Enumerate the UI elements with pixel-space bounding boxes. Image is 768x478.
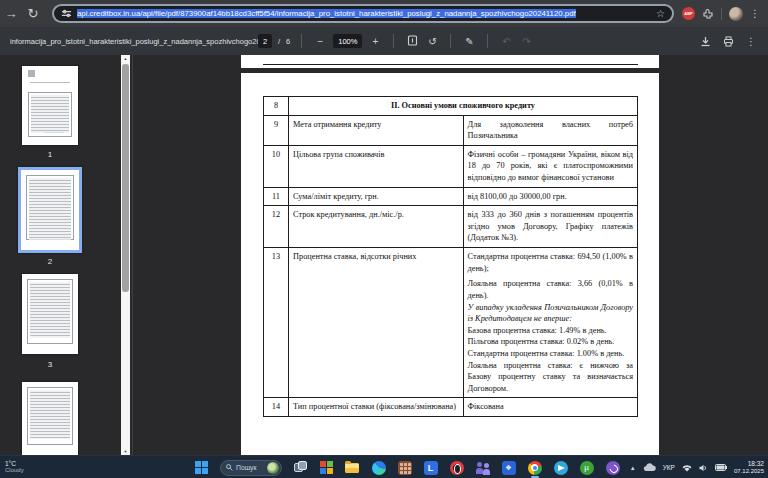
scroll-up-arrow-icon[interactable]: ▲ bbox=[121, 56, 130, 61]
chrome-browser-icon[interactable] bbox=[527, 460, 542, 475]
tray-date: 07.12.2025 bbox=[734, 468, 764, 475]
adblock-extension-icon[interactable]: ABP bbox=[682, 7, 695, 20]
microsoft-365-icon[interactable] bbox=[319, 460, 334, 475]
table-row: 8ІІ. Основні умови споживчого кредиту bbox=[264, 97, 638, 116]
toolbar-divider bbox=[721, 8, 722, 20]
redo-icon[interactable]: ↷ bbox=[519, 36, 533, 47]
table-row: 14Тип процентної ставки (фіксована/зміню… bbox=[264, 398, 638, 417]
page-thumbnail-1[interactable] bbox=[22, 66, 78, 145]
volume-icon[interactable] bbox=[699, 464, 708, 472]
scrollbar-thumb[interactable] bbox=[122, 64, 129, 292]
row-number: 8 bbox=[264, 97, 289, 116]
utorrent-icon[interactable]: µ bbox=[579, 460, 594, 475]
scroll-down-arrow-icon[interactable]: ▼ bbox=[121, 449, 130, 454]
page-thumbnail-4[interactable] bbox=[22, 382, 78, 455]
app-grid-icon[interactable] bbox=[397, 460, 412, 475]
section-title: ІІ. Основні умови споживчого кредиту bbox=[289, 97, 638, 116]
clock-widget[interactable]: 18:32 07.12.2025 bbox=[734, 460, 764, 475]
row-value: Фіксована bbox=[463, 398, 638, 417]
pdf-toolbar: informacija_pro_istotni_harakteristiki_p… bbox=[0, 27, 768, 55]
l-app-icon[interactable]: L bbox=[423, 460, 438, 475]
taskbar-search-box[interactable]: Пошук bbox=[220, 460, 282, 476]
reload-button[interactable]: ↻ bbox=[22, 6, 44, 21]
row-number: 11 bbox=[264, 187, 289, 206]
search-icon bbox=[226, 464, 233, 471]
page-thumbnail-3[interactable] bbox=[22, 274, 78, 354]
browser-menu-icon[interactable]: ⋮ bbox=[750, 8, 760, 19]
zoom-out-button[interactable]: − bbox=[313, 36, 327, 47]
undo-icon[interactable]: ↶ bbox=[499, 36, 513, 47]
thumbnail-page-number: 3 bbox=[22, 360, 78, 369]
site-settings-icon[interactable] bbox=[61, 8, 72, 19]
pdf-more-menu-icon[interactable]: ⋮ bbox=[746, 36, 756, 47]
onedrive-cloud-icon[interactable] bbox=[643, 463, 656, 472]
table-row: 9Мета отримання кредитуДля задоволення в… bbox=[264, 115, 638, 145]
fit-page-icon[interactable] bbox=[405, 35, 419, 48]
page-divider: / bbox=[278, 37, 280, 46]
bookmark-star-icon[interactable]: ☆ bbox=[656, 8, 665, 19]
toolbar-separator bbox=[487, 34, 488, 48]
page-thumbnail-2[interactable] bbox=[18, 167, 82, 253]
rotate-icon[interactable]: ↺ bbox=[425, 36, 439, 47]
search-placeholder: Пошук bbox=[236, 464, 267, 471]
extensions-area: ABP ⋮ bbox=[680, 7, 768, 21]
weather-temperature: 1°C bbox=[5, 460, 24, 467]
taskbar-center-icons: Пошук L ❖ µ bbox=[194, 456, 620, 478]
row-label: Сума/ліміт кредиту, грн. bbox=[289, 187, 464, 206]
dropbox-icon[interactable]: ❖ bbox=[501, 460, 516, 475]
row-number: 13 bbox=[264, 248, 289, 398]
address-bar[interactable]: api.creditbox.in.ua/api/file/pdf/873900a… bbox=[52, 4, 674, 23]
tray-expand-chevron-icon[interactable]: ▲ bbox=[630, 465, 636, 471]
row-number: 9 bbox=[264, 115, 289, 145]
weather-widget[interactable]: 1°C Cloudy bbox=[5, 460, 24, 474]
page-1-table-border bbox=[263, 64, 638, 65]
people-app-icon[interactable] bbox=[475, 460, 490, 475]
annotate-icon[interactable]: ✎ bbox=[462, 36, 476, 47]
tray-time: 18:32 bbox=[734, 460, 764, 468]
row-label: Цільова група споживачів bbox=[289, 145, 464, 187]
page-viewport[interactable]: 8ІІ. Основні умови споживчого кредиту9Ме… bbox=[132, 55, 768, 455]
viber-icon[interactable] bbox=[605, 460, 620, 475]
url-selected-text: api.creditbox.in.ua/api/file/pdf/873900a… bbox=[77, 9, 576, 18]
toolbar-separator bbox=[450, 34, 451, 48]
table-row: 12Строк кредитування, дн./міс./р.від 333… bbox=[264, 206, 638, 248]
search-daily-image bbox=[267, 462, 279, 474]
row-value: Стандартна процентна ставка: 694,50 (1,0… bbox=[463, 248, 638, 398]
row-value: Для задоволення власних потреб Позичальн… bbox=[463, 115, 638, 145]
toolbar-separator bbox=[301, 34, 302, 48]
start-button[interactable] bbox=[194, 460, 209, 475]
extensions-icon[interactable] bbox=[702, 8, 714, 20]
opera-browser-icon[interactable] bbox=[449, 460, 464, 475]
browser-toolbar: → ↻ api.creditbox.in.ua/api/file/pdf/873… bbox=[0, 0, 768, 27]
row-value: від 8100,00 до 30000,00 грн. bbox=[463, 187, 638, 206]
task-view-button[interactable] bbox=[293, 460, 308, 475]
print-icon[interactable] bbox=[723, 36, 734, 47]
row-label: Мета отримання кредиту bbox=[289, 115, 464, 145]
row-number: 14 bbox=[264, 398, 289, 417]
telegram-icon[interactable] bbox=[553, 460, 568, 475]
edge-browser-icon[interactable] bbox=[371, 460, 386, 475]
weather-condition: Cloudy bbox=[5, 467, 24, 474]
row-value: Фізичні особи – громадяни України, віком… bbox=[463, 145, 638, 187]
file-explorer-icon[interactable] bbox=[345, 460, 360, 475]
zoom-level-input[interactable]: 100% bbox=[333, 34, 362, 48]
zoom-in-button[interactable]: + bbox=[368, 36, 382, 47]
row-number: 10 bbox=[264, 145, 289, 187]
thumbnail-page-number: 2 bbox=[22, 257, 78, 266]
row-label: Строк кредитування, дн./міс./р. bbox=[289, 206, 464, 248]
windows-logo-icon bbox=[195, 461, 208, 474]
wifi-icon[interactable] bbox=[682, 464, 692, 472]
table-row: 10Цільова група споживачівФізичні особи … bbox=[264, 145, 638, 187]
thumbnail-sidebar: 1234 bbox=[0, 55, 132, 455]
url-field[interactable]: api.creditbox.in.ua/api/file/pdf/873900a… bbox=[77, 9, 650, 18]
page-number-input[interactable]: 2 bbox=[258, 34, 272, 48]
row-value: від 333 до 360 днів з погашенням процент… bbox=[463, 206, 638, 248]
page-1-bottom-edge bbox=[241, 55, 659, 68]
forward-button[interactable]: → bbox=[0, 6, 22, 21]
battery-icon[interactable] bbox=[715, 464, 727, 471]
sidebar-scrollbar[interactable]: ▲ ▼ bbox=[121, 55, 130, 455]
language-indicator[interactable]: УКР bbox=[663, 464, 675, 471]
profile-avatar[interactable] bbox=[729, 7, 743, 21]
toolbar-separator bbox=[393, 34, 394, 48]
download-icon[interactable] bbox=[700, 36, 711, 47]
